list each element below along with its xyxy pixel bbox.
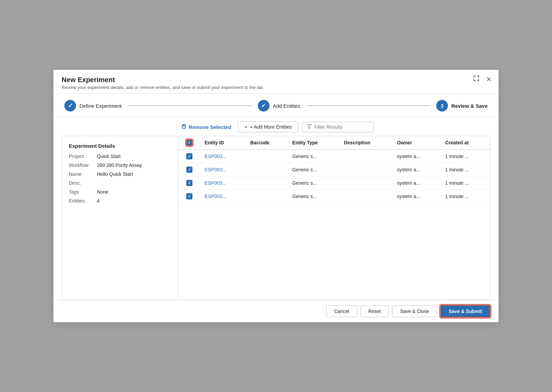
check-icon: ✓ (188, 181, 191, 185)
row-barcode (246, 177, 288, 190)
row-entity-type: Generic s... (288, 177, 340, 190)
step-3-label: Review & Save (451, 103, 488, 109)
table-row: ✓ ESP003... Generic s... system a... 1 m… (178, 177, 490, 190)
entities-table-panel: ✓ Entity ID Barcode Entity Type Descript… (178, 136, 490, 300)
step-1-label: Define Experiment (79, 103, 122, 109)
entity-id-link-2[interactable]: ESP003... (204, 180, 226, 186)
row-owner: system a... (393, 163, 441, 177)
step-1-circle (64, 100, 76, 112)
save-submit-button[interactable]: Save & Submit (440, 305, 490, 317)
row-checkbox-1[interactable]: ✓ (186, 167, 192, 173)
experiment-details-panel: Experiment Details Project Quick Start W… (62, 136, 178, 300)
row-entity-id: ESP003... (200, 177, 246, 190)
row-checkbox-2[interactable]: ✓ (186, 180, 192, 186)
modal-title: New Experiment (62, 76, 490, 84)
row-checkbox-0[interactable]: ✓ (186, 153, 192, 159)
row-checkbox-cell: ✓ (178, 163, 200, 177)
entities-table: ✓ Entity ID Barcode Entity Type Descript… (178, 136, 490, 203)
value-entities: 4 (97, 198, 100, 204)
save-close-button[interactable]: Save & Close (392, 305, 437, 317)
entity-id-link-3[interactable]: ESP003... (204, 194, 226, 199)
row-entity-type: Generic s... (288, 163, 340, 177)
step-3-circle: 3 (436, 100, 448, 112)
step-2-label: Add Entities (273, 103, 300, 109)
cancel-button[interactable]: Cancel (326, 305, 357, 317)
row-barcode (246, 163, 288, 177)
value-tags: None (97, 189, 108, 195)
row-checkbox-3[interactable]: ✓ (186, 193, 192, 199)
step-2-circle (258, 100, 269, 112)
row-entity-id: ESP003... (200, 149, 246, 163)
row-created-at: 1 minute ... (441, 149, 490, 163)
svg-rect-8 (183, 124, 185, 125)
label-name: Name (69, 171, 93, 177)
row-barcode (246, 149, 288, 163)
filter-icon (307, 124, 312, 130)
row-entity-id: ESP003... (200, 190, 246, 203)
svg-rect-7 (478, 79, 479, 81)
svg-rect-3 (478, 76, 479, 78)
col-created-at: Created at (441, 136, 490, 149)
step-1: Define Experiment (64, 100, 122, 112)
table-row: ✓ ESP003... Generic s... system a... 1 m… (178, 163, 490, 177)
step-2: Add Entities (258, 100, 300, 112)
modal-header: New Experiment Review your experiment de… (53, 70, 499, 94)
row-entity-type: Generic s... (288, 190, 340, 203)
entity-id-link-0[interactable]: ESP003... (204, 154, 226, 159)
row-barcode (246, 190, 288, 203)
detail-row-desc: Desc. (69, 180, 171, 186)
col-checkbox: ✓ (178, 136, 200, 149)
row-owner: system a... (393, 190, 441, 203)
svg-rect-1 (474, 76, 474, 78)
check-icon: ✓ (188, 168, 191, 172)
row-description (340, 163, 393, 177)
reset-button[interactable]: Reset (361, 305, 389, 317)
row-description (340, 190, 393, 203)
select-all-checkbox[interactable]: ✓ (186, 140, 192, 146)
row-description (340, 149, 393, 163)
remove-selected-button[interactable]: Remove Selected (178, 122, 234, 132)
add-more-entities-button[interactable]: + + Add More Entities (238, 121, 298, 132)
value-project: Quick Start (97, 154, 121, 159)
row-created-at: 1 minute ... (441, 190, 490, 203)
entity-id-link-1[interactable]: ESP003... (204, 167, 226, 172)
svg-marker-13 (307, 125, 311, 129)
svg-rect-5 (474, 79, 474, 81)
filter-results-input[interactable] (314, 124, 369, 130)
expand-icon (473, 75, 479, 81)
row-checkbox-cell: ✓ (178, 149, 200, 163)
col-entity-type: Entity Type (288, 136, 340, 149)
label-desc: Desc. (69, 180, 93, 186)
detail-row-name: Name Hello Quick Start (69, 171, 171, 177)
detail-row-project: Project Quick Start (69, 154, 171, 159)
check-icon: ✓ (188, 194, 191, 198)
row-entity-type: Generic s... (288, 149, 340, 163)
close-button[interactable]: ✕ (485, 75, 493, 84)
label-workflow: Workflow (69, 162, 93, 168)
col-barcode: Barcode (246, 136, 288, 149)
expand-button[interactable] (472, 75, 481, 84)
row-checkbox-cell: ✓ (178, 190, 200, 203)
label-entities: Entities: (69, 198, 93, 204)
step-3: 3 Review & Save (436, 100, 488, 112)
detail-row-workflow: Workflow 260:280 Purity Assay (69, 162, 171, 168)
value-name: Hello Quick Start (97, 171, 133, 177)
check-icon: ✓ (188, 154, 191, 158)
table-header-row: ✓ Entity ID Barcode Entity Type Descript… (178, 136, 490, 149)
label-tags: Tags (69, 189, 93, 195)
detail-row-tags: Tags None (69, 189, 171, 195)
step-connector-2 (306, 105, 430, 106)
row-checkbox-cell: ✓ (178, 177, 200, 190)
experiment-details-title: Experiment Details (69, 143, 171, 149)
col-entity-id: Entity ID (200, 136, 246, 149)
table-row: ✓ ESP003... Generic s... system a... 1 m… (178, 149, 490, 163)
stepper: Define Experiment Add Entities 3 Review … (53, 94, 499, 117)
modal-footer: Cancel Reset Save & Close Save & Submit (53, 300, 499, 322)
toolbar: Remove Selected + + Add More Entities (53, 117, 499, 136)
remove-selected-label: Remove Selected (189, 124, 231, 130)
row-description (340, 177, 393, 190)
row-created-at: 1 minute ... (441, 177, 490, 190)
table-body: ✓ ESP003... Generic s... system a... 1 m… (178, 149, 490, 203)
main-content: Experiment Details Project Quick Start W… (53, 136, 499, 300)
add-icon: + (244, 124, 247, 130)
